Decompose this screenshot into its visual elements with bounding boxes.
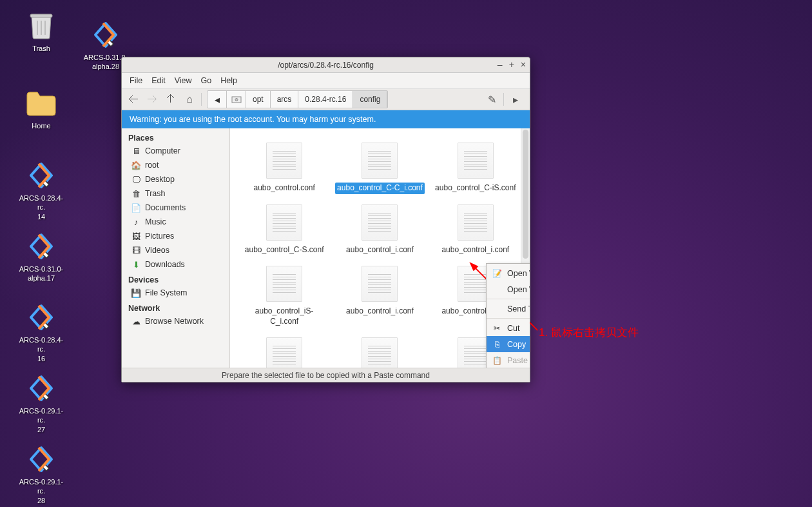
file-thumb-icon: [266, 337, 302, 368]
forward-button[interactable]: 🡢: [143, 90, 161, 108]
arcs-icon: [26, 444, 57, 475]
sidebar-item-root[interactable]: 🏠root: [122, 158, 229, 172]
file-thumb-icon: [362, 266, 398, 302]
toolbar-separator: [503, 93, 504, 106]
sidebar-item-videos[interactable]: 🎞Videos: [122, 243, 229, 257]
file-item[interactable]: [332, 332, 427, 368]
crumb-back[interactable]: ◂: [208, 91, 227, 108]
file-item[interactable]: aubo_control_i.conf: [332, 261, 427, 332]
file-item[interactable]: aubo_control_i.conf: [428, 199, 523, 261]
crumb-root[interactable]: [227, 91, 246, 108]
file-thumb-icon: [362, 337, 398, 368]
crumb-version[interactable]: 0.28.4-rc.16: [298, 91, 353, 108]
arcs-icon: [90, 19, 121, 50]
file-thumb-icon: [362, 204, 398, 241]
edit-path-button[interactable]: ✎: [483, 90, 501, 108]
sidebar-item-filesystem[interactable]: 💾File System: [122, 286, 229, 300]
sidebar: Places 🖥Computer 🏠root 🖵Desktop 🗑Trash 📄…: [122, 128, 230, 368]
ctx-open-with-app[interactable]: 📝Open With "Mousepad": [487, 265, 530, 281]
download-icon: ⬇: [131, 259, 141, 270]
sidebar-item-documents[interactable]: 📄Documents: [122, 201, 229, 215]
statusbar: Prepare the selected file to be copied w…: [122, 368, 530, 382]
menu-file[interactable]: File: [130, 76, 142, 85]
file-item[interactable]: [237, 332, 332, 368]
sidebar-item-desktop[interactable]: 🖵Desktop: [122, 172, 229, 186]
mousepad-icon: 📝: [492, 268, 502, 279]
maximize-button[interactable]: +: [509, 60, 514, 69]
file-item[interactable]: aubo_control_C-S.conf: [237, 199, 332, 261]
sidebar-item-music[interactable]: ♪Music: [122, 215, 229, 229]
folder-icon: [26, 88, 57, 119]
window-titlebar[interactable]: /opt/arcs/0.28.4-rc.16/config – + ×: [122, 57, 530, 73]
desktop-icon-label: ARCS-0.29.1-rc. 27: [15, 406, 67, 434]
ctx-paste: 📋Paste: [487, 352, 530, 368]
file-item[interactable]: aubo_control.conf: [237, 137, 332, 199]
desktop-icon-label: ARCS-0.28.4-rc. 14: [15, 194, 67, 221]
sidebar-item-pictures[interactable]: 🖼Pictures: [122, 229, 229, 243]
menu-go[interactable]: Go: [201, 76, 212, 85]
desktop-icon-arcs-6[interactable]: ARCS-0.29.1-rc. 28: [15, 444, 67, 505]
sidebar-item-computer[interactable]: 🖥Computer: [122, 144, 229, 158]
file-item[interactable]: aubo_control_C-C_i.conf: [332, 137, 427, 199]
file-thumb-icon: [458, 204, 494, 241]
annotation-text: 1. 鼠标右击拷贝文件: [539, 325, 639, 340]
close-button[interactable]: ×: [521, 60, 526, 69]
computer-icon: 🖥: [131, 146, 141, 156]
arcs-icon: [26, 302, 57, 333]
cut-icon: ✂: [492, 323, 502, 333]
sidebar-item-trash[interactable]: 🗑Trash: [122, 186, 229, 201]
file-item[interactable]: aubo_control_i.conf: [332, 199, 427, 261]
file-item[interactable]: aubo_control_C-iS.conf: [428, 137, 523, 199]
menu-edit[interactable]: Edit: [151, 76, 166, 85]
file-item[interactable]: aubo_control_iS- C_i.conf: [237, 261, 332, 332]
videos-icon: 🎞: [131, 245, 141, 255]
toolbar-separator: [201, 93, 202, 106]
sidebar-item-browse-network[interactable]: ☁Browse Network: [122, 314, 229, 328]
network-icon: ☁: [131, 316, 141, 326]
home-icon: 🏠: [131, 160, 141, 170]
desktop-icon-label: ARCS-0.29.1-rc. 28: [15, 477, 67, 505]
desktop-icon-label: ARCS-0.28.4-rc. 16: [15, 335, 67, 363]
music-icon: ♪: [131, 217, 141, 227]
crumb-config[interactable]: config: [353, 91, 387, 108]
root-warning-bar: Warning: you are using the root account.…: [122, 110, 530, 128]
file-thumb-icon: [266, 204, 302, 241]
desktop-icon: 🖵: [131, 174, 141, 184]
ctx-send-to[interactable]: Send To▶: [487, 301, 530, 317]
arcs-icon: [26, 231, 57, 262]
menu-help[interactable]: Help: [220, 76, 237, 85]
sidebar-header-places: Places: [122, 130, 229, 144]
desktop-icon-trash[interactable]: Trash: [15, 10, 67, 53]
sidebar-header-network: Network: [122, 300, 229, 314]
up-button[interactable]: 🡡: [162, 90, 180, 108]
crumb-arcs[interactable]: arcs: [271, 91, 299, 108]
file-thumb-icon: [266, 266, 302, 302]
root-warning-text: Warning: you are using the root account.…: [130, 115, 376, 124]
desktop-icon-home[interactable]: Home: [15, 88, 67, 130]
desktop-icon-arcs-2[interactable]: ARCS-0.28.4-rc. 14: [15, 160, 67, 221]
trash-icon: [26, 10, 57, 41]
desktop-icon-arcs-5[interactable]: ARCS-0.29.1-rc. 27: [15, 373, 67, 434]
desktop-icon-label: Home: [15, 121, 67, 130]
sidebar-header-devices: Devices: [122, 272, 229, 286]
ctx-copy[interactable]: ⎘Copy: [487, 336, 530, 352]
window-title: /opt/arcs/0.28.4-rc.16/config: [278, 61, 374, 70]
scrollbar-thumb[interactable]: [523, 130, 528, 259]
svg-point-5: [235, 99, 238, 101]
desktop-icon-arcs-3[interactable]: ARCS-0.31.0- alpha.17: [15, 231, 67, 283]
minimize-button[interactable]: –: [498, 60, 503, 69]
crumb-opt[interactable]: opt: [246, 91, 271, 108]
ctx-separator: [487, 299, 530, 299]
context-menu: 📝Open With "Mousepad" Open With▶ Send To…: [486, 263, 530, 368]
desktop-icon-arcs-4[interactable]: ARCS-0.28.4-rc. 16: [15, 302, 67, 363]
crumb-forward[interactable]: ▸: [507, 90, 525, 108]
ctx-cut[interactable]: ✂Cut: [487, 320, 530, 336]
back-button[interactable]: 🡠: [124, 90, 142, 108]
home-button[interactable]: ⌂: [180, 90, 198, 108]
statusbar-text: Prepare the selected file to be copied w…: [222, 371, 430, 380]
ctx-open-with[interactable]: Open With▶: [487, 281, 530, 297]
file-view[interactable]: aubo_control.conf aubo_control_C-C_i.con…: [230, 128, 530, 368]
breadcrumb: ◂ opt arcs 0.28.4-rc.16 config: [207, 90, 388, 108]
menu-view[interactable]: View: [175, 76, 192, 85]
sidebar-item-downloads[interactable]: ⬇Downloads: [122, 257, 229, 272]
